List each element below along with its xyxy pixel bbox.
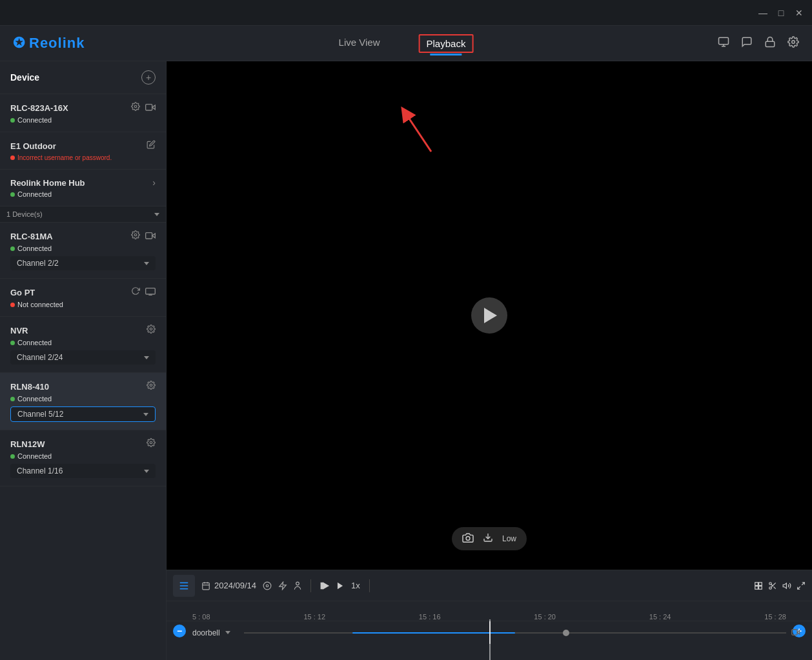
track-segment — [352, 632, 515, 634]
channel-chevron-icon-rlc81ma — [144, 262, 149, 265]
titlebar: — □ ✕ — [0, 0, 812, 26]
snapshot-button[interactable] — [462, 532, 474, 545]
add-device-button[interactable]: + — [141, 70, 156, 85]
svg-rect-31 — [755, 586, 758, 589]
status-dot-nvr — [10, 341, 15, 345]
settings-icon-rln12w[interactable] — [147, 438, 156, 450]
svg-line-40 — [798, 586, 800, 589]
play-pause-button[interactable] — [336, 581, 345, 590]
device-status-rln12w: Connected — [10, 452, 156, 460]
tab-playback[interactable]: Playback — [419, 34, 474, 53]
svg-point-3 — [134, 105, 137, 108]
clip-button[interactable] — [768, 581, 777, 590]
device-item-hub[interactable]: Reolink Home Hub › Connected — [0, 170, 166, 206]
device-status-hub: Connected — [10, 190, 156, 198]
device-item-rlc823a[interactable]: RLC-823A-16X Connected — [0, 94, 166, 132]
channel-chevron-icon-rln12w — [144, 470, 149, 473]
time-label-0: 5 : 08 — [192, 613, 210, 621]
minimize-button[interactable]: — — [758, 8, 768, 18]
titlebar-controls: — □ ✕ — [758, 8, 804, 18]
export-button[interactable] — [754, 581, 763, 590]
hub-expand-icon[interactable]: › — [152, 177, 156, 188]
edit-icon-e1outdoor[interactable] — [147, 140, 156, 152]
status-text-rln8410: Connected — [17, 395, 52, 403]
device-icons-gopt — [131, 286, 156, 298]
svg-point-25 — [296, 582, 299, 585]
time-label-4: 15 : 24 — [649, 613, 671, 621]
maximize-button[interactable]: □ — [776, 8, 786, 18]
all-events-button[interactable] — [263, 581, 272, 590]
svg-marker-27 — [323, 583, 329, 588]
status-text-e1outdoor: Incorrect username or password. — [17, 154, 112, 161]
lock-icon[interactable] — [764, 36, 776, 50]
arrow-svg — [386, 100, 444, 158]
channel-chevron-icon-rln8410 — [143, 413, 148, 416]
timeline-bar: 2024/09/14 1x — [167, 570, 812, 660]
download-button[interactable] — [483, 532, 493, 545]
logo-icon: ✪ — [13, 35, 25, 52]
separator-1 — [310, 579, 311, 592]
device-item-rln8410[interactable]: RLN8-410 Connected Channel 5/12 — [0, 373, 166, 430]
svg-point-24 — [266, 585, 269, 587]
tab-live-view[interactable]: Live View — [339, 37, 380, 50]
device-item-e1outdoor[interactable]: E1 Outdoor Incorrect username or passwor… — [0, 132, 166, 170]
track-label-doorbell[interactable]: doorbell — [192, 628, 244, 637]
channel-selector-rlc81ma[interactable]: Channel 2/2 — [10, 256, 156, 270]
hub-sub-label: 1 Device(s) — [6, 210, 43, 218]
settings-icon-rlc81ma[interactable] — [131, 230, 140, 242]
prev-frame-button[interactable] — [320, 581, 329, 590]
channel-selector-rln8410[interactable]: Channel 5/12 — [10, 406, 156, 422]
timeline-track[interactable]: 5 : 08 15 : 12 15 : 16 15 : 20 15 : 24 1… — [167, 601, 812, 660]
camera-icon-rlc81ma[interactable] — [145, 230, 156, 242]
settings-icon-nvr[interactable] — [147, 325, 156, 336]
device-item-rlc81ma[interactable]: RLC-81MA Connected Channel 2/2 — [0, 223, 166, 279]
settings-icon-rlc823a[interactable] — [131, 102, 140, 114]
volume-button[interactable] — [782, 581, 791, 590]
track-camera-icon — [791, 627, 800, 639]
fullscreen-button[interactable] — [797, 581, 806, 590]
hub-sub-chevron-icon — [154, 213, 159, 216]
playback-speed[interactable]: 1x — [351, 581, 360, 590]
time-label-1: 15 : 12 — [303, 613, 325, 621]
settings-icon-rln8410[interactable] — [147, 381, 156, 392]
screen-icon-gopt[interactable] — [145, 286, 156, 298]
hub-sub-devices[interactable]: 1 Device(s) — [0, 206, 166, 223]
svg-rect-29 — [755, 582, 758, 585]
channel-label-rlc81ma: Channel 2/2 — [17, 259, 59, 268]
time-labels: 5 : 08 15 : 12 15 : 16 15 : 20 15 : 24 1… — [192, 613, 786, 621]
list-view-button[interactable] — [173, 575, 195, 597]
status-text-gopt: Not connected — [17, 301, 63, 308]
status-text-rln12w: Connected — [17, 452, 52, 460]
status-text-hub: Connected — [17, 190, 52, 198]
close-button[interactable]: ✕ — [794, 8, 804, 18]
track-chevron-icon[interactable] — [225, 631, 230, 634]
device-name-rlc81ma: RLC-81MA — [10, 232, 53, 241]
header-actions — [718, 36, 799, 50]
svg-point-2 — [792, 41, 795, 44]
time-label-5: 15 : 28 — [764, 613, 786, 621]
device-header: Device + — [0, 61, 166, 94]
video-area[interactable]: Low — [167, 61, 812, 570]
quality-button[interactable]: Low — [502, 534, 516, 543]
device-item-rln12w[interactable]: RLN12W Connected Channel 1/16 — [0, 430, 166, 486]
camera-icon-rlc823a[interactable] — [145, 102, 156, 114]
svg-rect-0 — [719, 37, 729, 45]
settings-icon[interactable] — [787, 36, 799, 50]
timeline-date[interactable]: 2024/09/14 — [201, 581, 256, 590]
channel-label-nvr: Channel 2/24 — [17, 353, 63, 362]
device-item-gopt[interactable]: Go PT Not connected — [0, 279, 166, 317]
motion-filter-button[interactable] — [278, 581, 287, 590]
channel-selector-rln12w[interactable]: Channel 1/16 — [10, 464, 156, 478]
status-text-rlc823a: Connected — [17, 116, 52, 124]
track-row-doorbell: doorbell — [167, 621, 812, 644]
device-icons-rln12w — [147, 438, 156, 450]
person-filter-button[interactable] — [294, 581, 301, 590]
play-button-overlay[interactable] — [471, 297, 507, 334]
screen-share-icon[interactable] — [718, 36, 729, 50]
channel-selector-nvr[interactable]: Channel 2/24 — [10, 350, 156, 365]
svg-marker-28 — [338, 582, 343, 589]
refresh-icon-gopt[interactable] — [131, 286, 140, 298]
svg-point-9 — [150, 328, 152, 330]
device-item-nvr[interactable]: NVR Connected Channel 2/24 — [0, 317, 166, 373]
message-icon[interactable] — [741, 36, 753, 50]
